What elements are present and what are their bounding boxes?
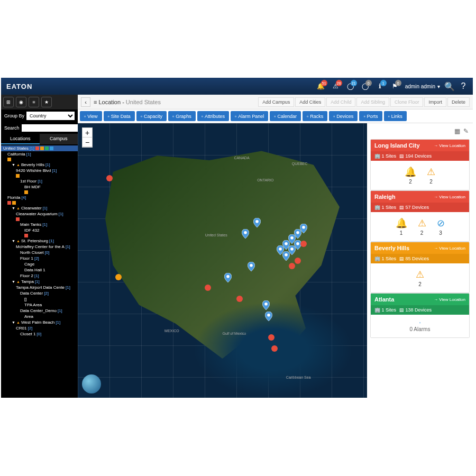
tree-item[interactable]: ▼▲West Palm Beach[1] xyxy=(1,319,78,325)
zoom-out-button[interactable]: − xyxy=(83,138,92,147)
info-notif-icon[interactable]: ℹ1 xyxy=(376,81,385,91)
map-marker-red[interactable] xyxy=(205,285,211,291)
tree-item[interactable]: ▼▲Tampa[1] xyxy=(1,279,78,285)
bell-notif-icon[interactable]: 🔔51 xyxy=(316,81,326,91)
search-icon[interactable]: 🔍 xyxy=(445,82,454,90)
zoom-in-button[interactable]: + xyxy=(83,128,92,138)
side-tab-locations[interactable]: Locations xyxy=(1,134,40,144)
circle-notif-icon[interactable]: ◯21 xyxy=(346,81,355,91)
topbar: EATON 🔔51⚠28◯21◯0ℹ1⚑0admin admin ▾🔍? xyxy=(1,78,473,95)
tree-item[interactable]: IDF 432 xyxy=(1,227,78,233)
side-globe-icon[interactable]: ◉ xyxy=(16,97,26,107)
tab-view[interactable]: ▫View xyxy=(80,111,102,121)
tree-item[interactable] xyxy=(1,200,78,205)
tab-site-data[interactable]: ▫Site Data xyxy=(104,111,135,121)
edit-icon[interactable]: ✎ xyxy=(463,127,469,135)
card-devices: ▤ 194 Devices xyxy=(399,153,432,159)
tree-item[interactable] xyxy=(1,217,78,222)
action-import[interactable]: Import xyxy=(424,97,446,107)
tree-item[interactable]: BH MDF xyxy=(1,184,78,190)
map-label: Gulf of Mexico xyxy=(223,332,246,335)
map-pin[interactable] xyxy=(224,273,232,282)
tree-item[interactable]: 9420 Wilshire Blvd[1] xyxy=(1,168,78,173)
map-pin[interactable] xyxy=(265,312,272,321)
tab-links[interactable]: ▫Links xyxy=(384,111,407,121)
back-button[interactable]: ‹ xyxy=(81,97,90,107)
action-delete[interactable]: Delete xyxy=(447,97,470,107)
tab-alarm-panel[interactable]: ▫Alarm Panel xyxy=(231,111,268,121)
tree-item[interactable]: Area xyxy=(1,314,78,319)
tab-devices[interactable]: ▫Devices xyxy=(329,111,358,121)
map-marker-yellow[interactable] xyxy=(115,274,122,280)
tree-item[interactable]: ▼▲Clearwater[1] xyxy=(1,205,78,211)
tree-item[interactable]: California[1] xyxy=(1,151,78,157)
tree-item[interactable]: Floor 2[1] xyxy=(1,273,78,279)
tree-item[interactable]: 1st Floor[1] xyxy=(1,178,78,184)
tab-racks[interactable]: ▫Racks xyxy=(303,111,327,121)
tree-item[interactable]: Tampa Airport Data Cente[1] xyxy=(1,285,78,290)
breadcrumb: ‹ ≡ Location - United States Add CampusA… xyxy=(78,95,473,109)
tree-item[interactable] xyxy=(1,233,78,238)
tab-graphs[interactable]: ▫Graphs xyxy=(168,111,196,121)
map-pin[interactable] xyxy=(262,300,270,310)
user-menu[interactable]: admin admin ▾ xyxy=(405,84,440,89)
map-marker-red[interactable] xyxy=(106,175,113,181)
side-star-icon[interactable]: ★ xyxy=(41,97,52,107)
map-marker-red[interactable] xyxy=(295,258,301,264)
tree-item[interactable] xyxy=(1,157,78,162)
globe-icon[interactable] xyxy=(82,374,101,393)
tab-ports[interactable]: ▫Ports xyxy=(359,111,382,121)
tree-item[interactable]: McHaffey Center for the A[1] xyxy=(1,244,78,250)
view-location-link[interactable]: → View Location xyxy=(434,195,465,199)
action-add-campus[interactable]: Add Campus xyxy=(258,97,294,107)
tree-item[interactable] xyxy=(1,173,78,178)
grid-view-icon[interactable]: ▦ xyxy=(454,127,460,135)
tab-calendar[interactable]: ▫Calendar xyxy=(270,111,301,121)
view-location-link[interactable]: → View Location xyxy=(434,246,465,251)
view-location-link[interactable]: → View Location xyxy=(434,297,465,302)
tree-item[interactable]: Data Center[2] xyxy=(1,290,78,296)
tree-item[interactable]: Floor 1[2] xyxy=(1,255,78,261)
map-pin[interactable] xyxy=(248,262,255,271)
map-marker-red[interactable] xyxy=(271,345,278,352)
help-icon[interactable]: ? xyxy=(459,82,468,90)
map-pin[interactable] xyxy=(242,229,249,239)
side-list-icon[interactable]: ≡ xyxy=(29,97,39,107)
tree-item[interactable]: Data Center_Demo[1] xyxy=(1,308,78,314)
tree-item[interactable]: Data Hall 1 xyxy=(1,267,78,273)
tree-item[interactable]: Main Tanks[1] xyxy=(1,222,78,227)
tree-item[interactable]: Florida[4] xyxy=(1,195,78,200)
warn-notif-icon[interactable]: ⚠28 xyxy=(331,81,341,91)
side-tab-campus[interactable]: Campus xyxy=(40,134,78,144)
map-label: QUEBEC xyxy=(292,162,308,166)
map-pin[interactable] xyxy=(253,218,261,227)
map-marker-red[interactable] xyxy=(300,241,307,247)
view-location-link[interactable]: → View Location xyxy=(434,143,465,148)
tree-item[interactable]: Cage xyxy=(1,261,78,267)
flag-notif-icon[interactable]: ⚑0 xyxy=(390,81,400,91)
tree-item[interactable]: ▼▲St. Petersburg[1] xyxy=(1,238,78,244)
tree-item[interactable]: ▼▲Beverly Hills[1] xyxy=(1,162,78,168)
tree-item[interactable]: North Closet[0] xyxy=(1,250,78,255)
groupby-select[interactable]: Country xyxy=(26,112,75,120)
action-add-cities[interactable]: Add Cities xyxy=(295,97,325,107)
tree-item[interactable]: TPA Area xyxy=(1,302,78,308)
search-input[interactable] xyxy=(22,124,78,132)
tree-item[interactable]: CR01[2] xyxy=(1,325,78,331)
tree-item[interactable] xyxy=(1,190,78,195)
tree-item[interactable]: United States[1] xyxy=(1,145,78,151)
tree-item[interactable]: Closet 1[0] xyxy=(1,331,78,337)
map-marker-red[interactable] xyxy=(289,263,295,269)
alarm-warn: ⚠2 xyxy=(418,217,426,236)
tree-item[interactable]: Clearwater Acquarium[1] xyxy=(1,211,78,217)
side-grid-icon[interactable]: ⊞ xyxy=(3,97,14,107)
map-view[interactable]: CANADAONTARIOQUEBECUnited StatesMEXICOGu… xyxy=(78,123,367,398)
map-marker-red[interactable] xyxy=(236,296,243,302)
circle-notif-icon[interactable]: ◯0 xyxy=(361,81,370,91)
map-marker-red[interactable] xyxy=(268,334,274,341)
tab-attributes[interactable]: ▫Attributes xyxy=(197,111,229,121)
svg-point-5 xyxy=(285,253,288,256)
tab-capacity[interactable]: ▫Capacity xyxy=(136,111,167,121)
location-tree[interactable]: United States[1]California[1]▼▲Beverly H… xyxy=(1,144,78,398)
tree-item[interactable]: [] xyxy=(1,296,78,302)
